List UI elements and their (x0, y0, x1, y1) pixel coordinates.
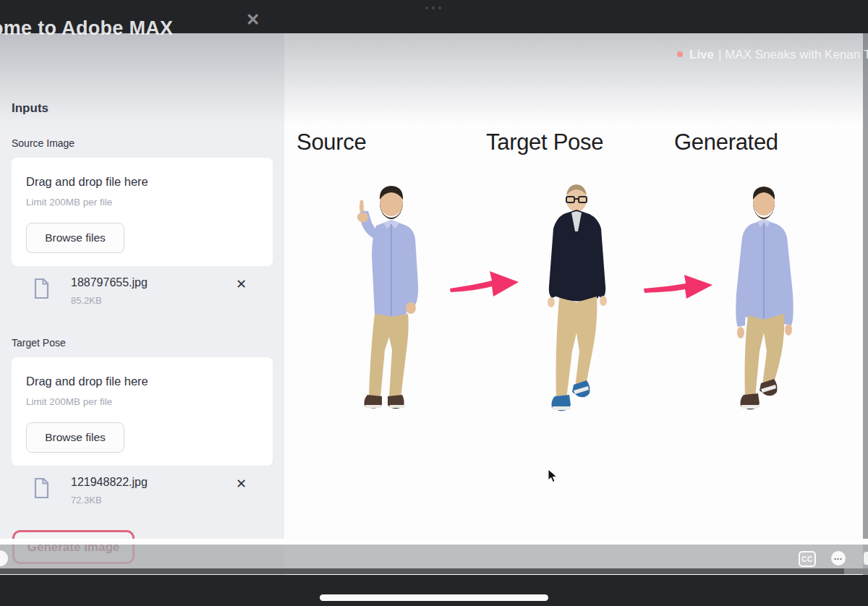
video-frame: Inputs Source Image Drag and drop file h… (0, 0, 868, 606)
file-size: 85.2KB (71, 295, 102, 306)
browse-files-button[interactable]: Browse files (26, 223, 124, 253)
dropzone-title: Drag and drop file here (26, 375, 148, 388)
source-image-label: Source Image (12, 137, 75, 149)
dropzone-limit: Limit 200MB per file (26, 197, 112, 208)
mouse-cursor-icon (548, 469, 558, 483)
uploaded-file-row: 121948822.jpg 72.3KB ✕ (0, 476, 284, 513)
file-size: 72.3KB (71, 495, 102, 505)
remove-file-icon[interactable]: ✕ (236, 276, 247, 292)
generated-figure-image (723, 178, 809, 425)
target-pose-column-heading: Target Pose (486, 129, 603, 155)
video-progress-bar[interactable] (0, 539, 868, 545)
live-stream-title: Live| MAX Sneaks with Kenan Tho (673, 48, 868, 62)
closed-captions-button[interactable]: CC (799, 551, 816, 567)
more-options-icon[interactable]: ••• (831, 551, 846, 566)
share-icon[interactable] (864, 552, 868, 565)
uploaded-file-row: 188797655.jpg 85.2KB ✕ (0, 276, 284, 314)
close-icon[interactable]: ✕ (246, 10, 260, 30)
browse-files-button[interactable]: Browse files (26, 422, 124, 453)
welcome-title: ome to Adobe MAX (0, 17, 173, 40)
bottom-bar (0, 575, 868, 606)
target-pose-figure-image (532, 178, 624, 427)
inputs-heading: Inputs (12, 101, 48, 116)
remove-file-icon[interactable]: ✕ (236, 476, 247, 492)
live-dot-icon (677, 51, 683, 57)
arrow-right-icon (448, 265, 521, 299)
dropzone-limit: Limit 200MB per file (26, 396, 112, 407)
target-pose-label: Target Pose (12, 337, 66, 349)
file-name: 188797655.jpg (71, 276, 148, 289)
generated-column-heading: Generated (674, 129, 778, 155)
video-scrubber-remainder[interactable] (844, 568, 868, 574)
file-icon (33, 477, 50, 499)
file-name: 121948822.jpg (71, 476, 148, 489)
source-image-dropzone[interactable]: Drag and drop file here Limit 200MB per … (12, 158, 273, 266)
scrollbar[interactable] (863, 33, 868, 575)
arrow-right-icon (642, 269, 715, 301)
multitask-dots-icon[interactable] (425, 7, 446, 11)
source-column-heading: Source (297, 129, 366, 155)
source-figure-image (334, 176, 443, 426)
video-scrubber-track[interactable] (0, 568, 844, 574)
dropzone-title: Drag and drop file here (26, 175, 148, 189)
home-indicator[interactable] (320, 594, 548, 601)
inputs-sidebar: Inputs Source Image Drag and drop file h… (0, 33, 284, 575)
file-icon (33, 278, 50, 299)
target-pose-dropzone[interactable]: Drag and drop file here Limit 200MB per … (12, 357, 273, 466)
